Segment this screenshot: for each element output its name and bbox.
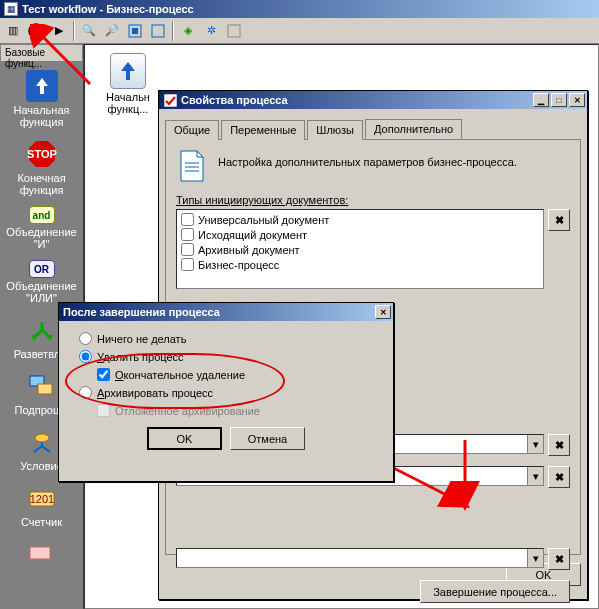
main-toolbar: ▥ i ▶ 🔍 🔎 ◈ ✲ (0, 18, 599, 44)
more-icon (26, 538, 58, 570)
delete-type-button[interactable]: ✖ (548, 209, 570, 231)
ok-button[interactable]: OK (147, 427, 222, 450)
x-icon: ✖ (555, 471, 564, 484)
dialog-titlebar[interactable]: После завершения процесса ✕ (59, 303, 393, 321)
tool-button[interactable] (223, 20, 245, 42)
option-deferred-archive: Отложенное архивирование (97, 404, 387, 417)
list-item[interactable]: Бизнес-процесс (179, 257, 541, 272)
tab-variables[interactable]: Переменные (221, 120, 305, 140)
tab-advanced[interactable]: Дополнительно (365, 119, 462, 139)
svg-rect-4 (152, 25, 164, 37)
delete-var-button[interactable]: ✖ (548, 434, 570, 456)
delete-button[interactable]: ✖ (548, 548, 570, 570)
tool-button[interactable]: ✲ (200, 20, 222, 42)
counter-icon: 1201 (26, 482, 58, 514)
x-icon: ✖ (555, 214, 564, 227)
diamond-icon: ◈ (184, 24, 192, 37)
maximize-button[interactable]: □ (551, 93, 567, 107)
palette-item-start[interactable]: Начальная функция (0, 68, 83, 136)
option-delete[interactable]: Удалить процесс (79, 350, 387, 363)
list-item[interactable]: Универсальный документ (179, 212, 541, 227)
properties-button[interactable]: ▥ (2, 20, 24, 42)
svg-rect-11 (38, 384, 52, 394)
condition-icon (26, 426, 58, 458)
sidebar-tab[interactable]: Базовые функц... (0, 44, 83, 62)
option-do-nothing[interactable]: Ничего не делать (79, 332, 387, 345)
option-permanent-delete[interactable]: Окончательное удаление (97, 368, 387, 381)
zoom-out-button[interactable]: 🔎 (101, 20, 123, 42)
run-button[interactable]: ▶ (48, 20, 70, 42)
radio-delete[interactable] (79, 350, 92, 363)
or-icon: OR (29, 260, 55, 278)
svg-text:i: i (34, 25, 38, 37)
start-node-icon (110, 53, 146, 89)
radio-archive[interactable] (79, 386, 92, 399)
dialog-title: Свойства процесса (181, 94, 288, 106)
radio-do-nothing[interactable] (79, 332, 92, 345)
grid-icon (151, 24, 165, 38)
info-button[interactable]: i (25, 20, 47, 42)
close-button[interactable]: ✕ (569, 93, 585, 107)
dropdown-button[interactable]: ▾ (527, 549, 543, 567)
list-item[interactable]: Исходящий документ (179, 227, 541, 242)
dropdown-button[interactable]: ▾ (527, 467, 543, 485)
type-checkbox[interactable] (181, 243, 194, 256)
cancel-button[interactable]: Отмена (230, 427, 305, 450)
x-icon: ✖ (555, 439, 564, 452)
tab-strip: Общие Переменные Шлюзы Дополнительно (165, 119, 581, 140)
app-icon: ▦ (4, 2, 18, 16)
toolbar-separator (172, 21, 174, 41)
tab-general[interactable]: Общие (165, 120, 219, 140)
svg-text:1201: 1201 (29, 493, 53, 505)
play-icon: ▶ (55, 24, 63, 37)
type-checkbox[interactable] (181, 213, 194, 226)
x-icon: ✖ (555, 553, 564, 566)
and-icon: and (29, 206, 55, 224)
types-label: Типы инициирующих документов: (176, 194, 570, 206)
palette-item-counter[interactable]: 1201 Счетчик (0, 480, 83, 536)
palette-item-and[interactable]: and Объединение "И" (0, 204, 83, 258)
checkbox-permanent[interactable] (97, 368, 110, 381)
option-archive[interactable]: Архивировать процесс (79, 386, 387, 399)
svg-text:STOP: STOP (27, 148, 57, 160)
dialog-titlebar[interactable]: Свойства процесса ▁ □ ✕ (159, 91, 587, 109)
dialog-title: После завершения процесса (63, 306, 220, 318)
toolbar-separator (73, 21, 75, 41)
completion-button[interactable]: Завершение процесса... (420, 580, 570, 603)
start-icon (26, 70, 58, 102)
combo-field[interactable]: ▾ (176, 548, 544, 568)
delete-button[interactable]: ✖ (548, 466, 570, 488)
gear-icon: ✲ (207, 24, 216, 37)
checkbox-icon (163, 93, 177, 107)
close-button[interactable]: ✕ (375, 305, 391, 319)
type-checkbox[interactable] (181, 228, 194, 241)
svg-rect-5 (228, 25, 240, 37)
tab-gateways[interactable]: Шлюзы (307, 120, 363, 140)
types-listbox[interactable]: Универсальный документ Исходящий докумен… (176, 209, 544, 289)
dropdown-button[interactable]: ▾ (527, 435, 543, 453)
zoom-in-icon: 🔍 (82, 24, 96, 37)
minimize-button[interactable]: ▁ (533, 93, 549, 107)
svg-point-12 (35, 434, 49, 442)
fit-button[interactable] (124, 20, 146, 42)
tool-button[interactable]: ◈ (177, 20, 199, 42)
palette-item-more[interactable] (0, 536, 83, 580)
subprocess-icon (26, 370, 58, 402)
list-item[interactable]: Архивный документ (179, 242, 541, 257)
grid-button[interactable] (147, 20, 169, 42)
document-icon (176, 150, 208, 182)
after-completion-dialog: После завершения процесса ✕ Ничего не де… (58, 302, 394, 482)
type-checkbox[interactable] (181, 258, 194, 271)
checkbox-deferred (97, 404, 110, 417)
bracket-icon (227, 24, 241, 38)
svg-rect-16 (164, 94, 177, 107)
info-icon: i (28, 23, 44, 39)
stop-icon: STOP (26, 138, 58, 170)
palette-item-end[interactable]: STOP Конечная функция (0, 136, 83, 204)
zoom-in-button[interactable]: 🔍 (78, 20, 100, 42)
window-title: Тест workflow - Бизнес-процесс (22, 3, 194, 15)
canvas-start-node[interactable]: Начальн функц... (105, 53, 151, 115)
main-window-titlebar: ▦ Тест workflow - Бизнес-процесс (0, 0, 599, 18)
fit-icon (128, 24, 142, 38)
svg-rect-15 (30, 547, 50, 559)
